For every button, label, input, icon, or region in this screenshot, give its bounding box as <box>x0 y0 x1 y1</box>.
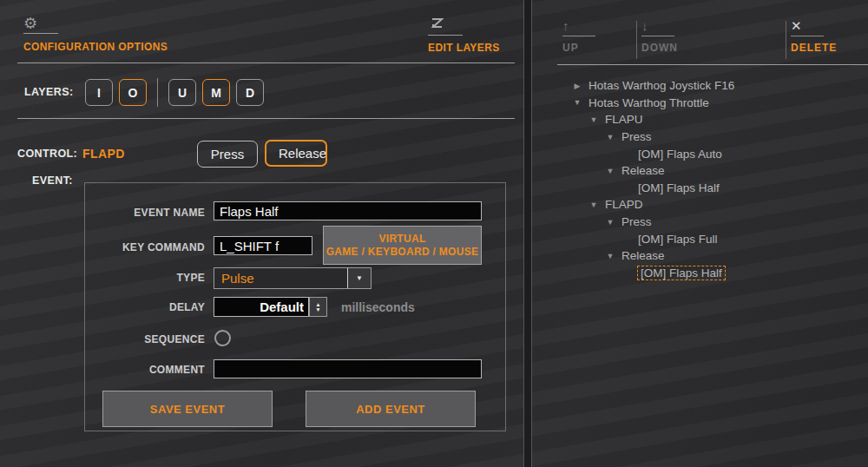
app-window: ⚙ CONFIGURATION OPTIONS EDIT LAYERS LAYE… <box>0 0 868 467</box>
configuration-options-label: CONFIGURATION OPTIONS <box>23 41 168 53</box>
virtual-game-keyboard-mouse-button[interactable]: VIRTUAL GAME / KEYBOARD / MOUSE <box>323 226 482 265</box>
tree-item[interactable]: ▼FLAPD <box>556 196 868 214</box>
tree-item[interactable]: ▶Hotas Warthog Joystick F16 <box>556 77 868 95</box>
delete-x-icon: ✕ <box>791 19 837 33</box>
tree-item-label[interactable]: Hotas Warthog Joystick F16 <box>589 79 734 92</box>
spinner-down-icon[interactable]: ▼ <box>315 307 320 312</box>
layer-button-i[interactable]: I <box>85 79 113 106</box>
delay-unit-label: milliseconds <box>341 300 415 314</box>
layers-label: LAYERS: <box>24 86 74 98</box>
type-select-value: Pulse <box>214 271 347 286</box>
event-form-panel: EVENT NAME KEY COMMAND VIRTUAL GAME / KE… <box>84 182 506 431</box>
delete-label: DELETE <box>791 42 837 54</box>
gear-icon[interactable]: ⚙ <box>23 16 168 31</box>
chevron-down-icon: ▼ <box>356 274 363 282</box>
tree-item-label[interactable]: [OM] Flaps Half <box>638 181 720 194</box>
layer-button-m[interactable]: M <box>202 79 230 106</box>
comment-input[interactable] <box>214 359 482 378</box>
press-button[interactable]: Press <box>197 141 258 168</box>
layer-button-group: IOUMD <box>85 78 270 107</box>
sequence-radio[interactable] <box>214 330 231 346</box>
tree-item[interactable]: ▼Hotas Warthog Throttle <box>556 95 868 112</box>
tree-item-label[interactable]: [OM] Flaps Auto <box>638 148 722 161</box>
tree-item[interactable]: ▼Press <box>556 128 868 146</box>
delete-underline <box>791 36 824 36</box>
tree-item-label[interactable]: Hotas Warthog Throttle <box>589 96 709 109</box>
down-arrow-icon: ↓ <box>641 19 678 33</box>
delete-button[interactable]: ✕ DELETE <box>791 19 837 54</box>
tree-item-label[interactable]: [OM] Flaps Half <box>638 266 725 280</box>
tree-item-label[interactable]: Press <box>621 215 652 228</box>
up-arrow-icon: ↑ <box>562 19 595 33</box>
down-label: DOWN <box>641 42 678 54</box>
tree-expand-arrow-icon[interactable]: ▼ <box>588 115 600 124</box>
toolbar-separator <box>636 21 637 59</box>
delay-input[interactable] <box>214 297 309 317</box>
configuration-options-button[interactable]: ⚙ CONFIGURATION OPTIONS <box>23 16 168 53</box>
move-down-button[interactable]: ↓ DOWN <box>641 19 678 54</box>
event-label: EVENT: <box>32 174 73 187</box>
tree-expand-arrow-icon[interactable]: ▼ <box>604 218 616 227</box>
virtual-button-line2: GAME / KEYBOARD / MOUSE <box>324 246 481 259</box>
event-name-input[interactable] <box>214 201 482 220</box>
tree-expand-arrow-icon[interactable]: ▼ <box>571 98 583 107</box>
toolbar-separator-2 <box>786 21 786 59</box>
layers-divider <box>17 118 515 119</box>
tree-item-label[interactable]: Release <box>621 249 665 262</box>
up-underline <box>562 36 595 36</box>
tree-item-label[interactable]: Press <box>621 130 652 143</box>
edit-layers-icon[interactable] <box>428 17 445 30</box>
move-up-button[interactable]: ↑ UP <box>562 19 595 54</box>
release-button[interactable]: Release <box>265 140 327 167</box>
tree-item[interactable]: [OM] Flaps Auto <box>556 145 868 162</box>
delay-label: DELAY <box>88 301 205 313</box>
edit-layers-underline <box>428 35 463 36</box>
gear-underline <box>23 33 58 34</box>
type-select[interactable]: Pulse ▼ <box>214 267 372 289</box>
tree-item[interactable]: ▼Press <box>556 214 868 231</box>
layer-button-d[interactable]: D <box>236 79 264 106</box>
tree-expand-arrow-icon[interactable]: ▶ <box>571 82 583 90</box>
key-command-label: KEY COMMAND <box>88 241 205 253</box>
layer-button-u[interactable]: U <box>168 79 196 106</box>
tree-item[interactable]: ▼Release <box>556 247 868 265</box>
tree-item[interactable]: [OM] Flaps Full <box>556 230 868 247</box>
type-select-arrow-zone[interactable]: ▼ <box>347 268 371 288</box>
key-command-input[interactable] <box>214 236 312 255</box>
tree-expand-arrow-icon[interactable]: ▼ <box>604 133 616 141</box>
tree-item[interactable]: ▼Release <box>556 162 868 180</box>
add-event-button[interactable]: ADD EVENT <box>306 391 476 427</box>
edit-layers-button[interactable]: EDIT LAYERS <box>428 17 500 54</box>
tree-expand-arrow-icon[interactable]: ▼ <box>604 252 616 260</box>
virtual-button-line1: VIRTUAL <box>324 233 481 246</box>
edit-layers-label: EDIT LAYERS <box>428 42 500 54</box>
up-label: UP <box>562 42 595 54</box>
delay-spinner[interactable]: ▲ ▼ <box>309 297 327 317</box>
assignment-tree: ▶Hotas Warthog Joystick F16▼Hotas Wartho… <box>556 77 868 281</box>
tree-expand-arrow-icon[interactable]: ▼ <box>604 167 616 175</box>
down-underline <box>641 36 674 36</box>
panel-divider-right-line <box>531 0 532 467</box>
sequence-label: SEQUENCE <box>88 333 205 345</box>
layer-group-divider <box>157 78 158 107</box>
tree-item-label[interactable]: FLAPU <box>605 113 643 126</box>
control-value-text: FLAPD <box>82 147 125 161</box>
tree-expand-arrow-icon[interactable]: ▼ <box>588 201 600 209</box>
panel-divider-gap <box>524 0 531 467</box>
tree-item-label[interactable]: Release <box>621 164 665 177</box>
control-value: FLAPD <box>82 147 125 161</box>
tree-header-divider <box>557 64 868 65</box>
tree-item[interactable]: ▼FLAPU <box>556 111 868 128</box>
header-divider <box>17 62 515 63</box>
layer-button-o[interactable]: O <box>119 79 147 106</box>
comment-label: COMMENT <box>88 364 205 376</box>
event-name-label: EVENT NAME <box>88 207 205 219</box>
tree-item[interactable]: [OM] Flaps Half <box>556 265 868 282</box>
tree-item-label[interactable]: FLAPD <box>605 198 643 211</box>
control-label: CONTROL: <box>17 148 77 160</box>
tree-item[interactable]: [OM] Flaps Half <box>556 180 868 197</box>
save-event-button[interactable]: SAVE EVENT <box>102 391 273 427</box>
type-label: TYPE <box>88 272 205 284</box>
tree-item-label[interactable]: [OM] Flaps Full <box>638 233 718 246</box>
